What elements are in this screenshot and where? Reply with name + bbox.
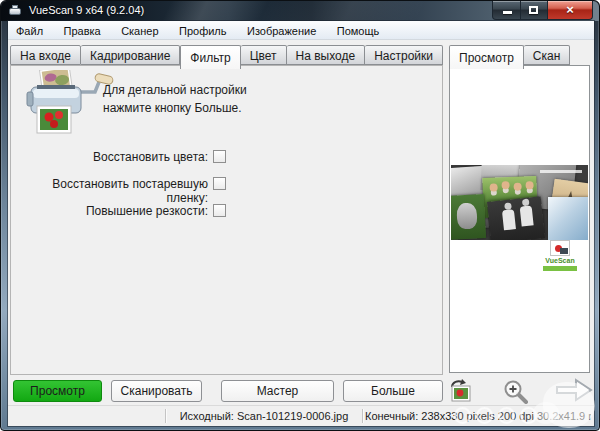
zoom-in-icon[interactable] [502, 379, 530, 404]
restore-colors-checkbox[interactable] [213, 150, 226, 163]
preview-button[interactable]: Просмотр [13, 380, 102, 402]
arrow-right-icon[interactable] [553, 376, 595, 404]
tab-output[interactable]: На выходе [287, 45, 366, 65]
app-scanner-icon [9, 5, 23, 17]
collage-caption [540, 170, 582, 173]
tab-preview[interactable]: Просмотр [449, 45, 524, 69]
vuescan-logo-badge [543, 266, 577, 271]
row-sharpen: Повышение резкости: [11, 204, 208, 218]
tab-input[interactable]: На входе [10, 45, 81, 65]
row-restore-fading: Восстановить постаревшую пленку: [11, 177, 208, 205]
preview-pane[interactable]: VueScan [449, 65, 590, 373]
vuescan-logo-icon [550, 240, 570, 256]
restore-fading-label: Восстановить постаревшую пленку: [52, 177, 208, 205]
maximize-icon [529, 6, 538, 14]
tab-color[interactable]: Цвет [241, 45, 287, 65]
collage-photo-dog [451, 194, 486, 240]
restore-colors-label: Восстановить цвета: [93, 150, 208, 164]
menu-help[interactable]: Помощь [329, 23, 388, 37]
client-area: Файл Правка Сканер Профиль Изображение П… [8, 21, 594, 426]
menu-edit[interactable]: Правка [56, 23, 109, 37]
more-button[interactable]: Больше [343, 380, 443, 402]
preview-image[interactable] [451, 165, 588, 240]
status-divider [362, 409, 363, 423]
maximize-button[interactable] [521, 1, 548, 20]
menu-file[interactable]: Файл [8, 23, 51, 37]
hint-line-2: нажмите кнопку Больше. [103, 99, 247, 117]
status-source: Исходный: Scan-101219-0006.jpg [168, 410, 360, 422]
minimize-icon [503, 11, 512, 14]
hint-line-1: Для детальной настройки [103, 81, 247, 99]
scan-button[interactable]: Сканировать [111, 380, 202, 402]
status-bar: Исходный: Scan-101219-0006.jpg Конечный:… [8, 405, 594, 426]
vuescan-logo-text: VueScan [535, 256, 585, 265]
menu-bar: Файл Правка Сканер Профиль Изображение П… [8, 21, 594, 40]
close-icon: × [548, 1, 592, 19]
sharpen-checkbox[interactable] [213, 204, 226, 217]
preview-tabs: Просмотр Скан [449, 45, 570, 65]
settings-tabs: На входе Кадрирование Фильтр Цвет На вых… [10, 45, 443, 65]
sharpen-label: Повышение резкости: [86, 204, 208, 218]
vuescan-logo: VueScan [535, 240, 585, 271]
caption-buttons: × [492, 1, 593, 20]
status-divider [165, 409, 166, 423]
collage-photo-kids [487, 196, 545, 240]
minimize-button[interactable] [492, 1, 521, 20]
tab-prefs[interactable]: Настройки [365, 45, 443, 65]
menu-profile[interactable]: Профиль [171, 23, 235, 37]
window-title: VueScan 9 x64 (9.2.04) [29, 4, 144, 16]
restore-fading-checkbox[interactable] [213, 177, 226, 190]
tab-filter[interactable]: Фильтр [180, 45, 240, 69]
close-button[interactable]: × [548, 1, 593, 20]
rotate-photo-icon[interactable] [448, 378, 474, 403]
menu-image[interactable]: Изображение [239, 23, 324, 37]
status-target: Конечный: 238x330 pixels 200 dpi 30.2x41… [365, 410, 591, 422]
tab-scan[interactable]: Скан [524, 45, 570, 65]
row-restore-colors: Восстановить цвета: [11, 150, 208, 164]
app-window: VueScan 9 x64 (9.2.04) × Файл Правка Ска… [0, 0, 600, 431]
menu-scanner[interactable]: Сканер [113, 23, 166, 37]
hint-text: Для детальной настройки нажмите кнопку Б… [103, 81, 247, 117]
tab-crop[interactable]: Кадрирование [81, 45, 180, 65]
collage-scanner-device [548, 197, 588, 240]
filter-panel: Для детальной настройки нажмите кнопку Б… [10, 65, 443, 375]
wizard-button[interactable]: Мастер [221, 380, 334, 402]
